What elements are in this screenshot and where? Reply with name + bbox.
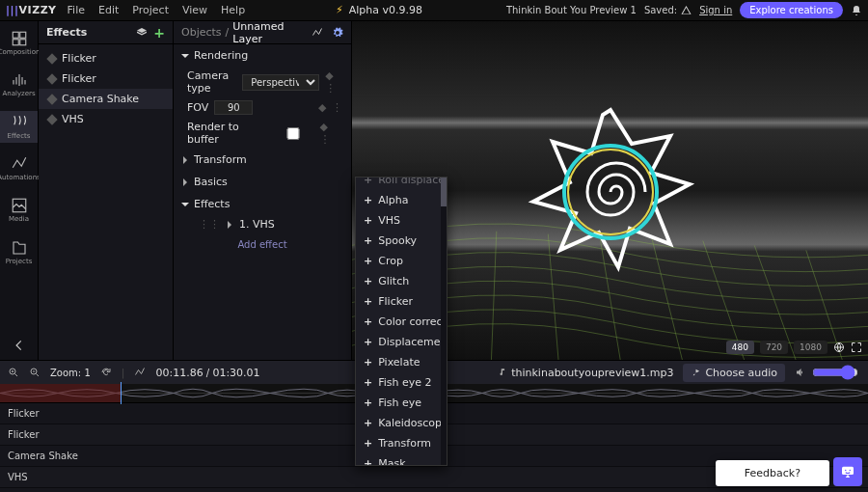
rail-automations[interactable]: Automations bbox=[0, 152, 38, 184]
svg-point-12 bbox=[845, 470, 847, 472]
prop-fov: FOV ◆ ⋮ bbox=[174, 97, 351, 118]
rail-projects[interactable]: Projects bbox=[0, 236, 38, 268]
fx-menu-item[interactable]: +Mask bbox=[356, 453, 447, 466]
rail-composition[interactable]: Composition bbox=[0, 27, 38, 59]
fx-menu-item[interactable]: +Fish eye 2 bbox=[356, 372, 447, 393]
effects-list: Flicker Flicker Camera Shake VHS bbox=[39, 44, 173, 133]
audio-visual bbox=[504, 96, 717, 288]
volume-control bbox=[795, 363, 860, 382]
section-transform[interactable]: Transform bbox=[174, 149, 351, 171]
menu-scrollbar[interactable] bbox=[441, 178, 447, 465]
svg-point-13 bbox=[850, 470, 852, 472]
version-badge: ⚡Alpha v0.9.98 bbox=[336, 4, 422, 16]
fx-menu-item[interactable]: +Glitch bbox=[356, 271, 447, 291]
fx-menu-item[interactable]: +Roll displace bbox=[356, 177, 447, 190]
app-logo: |||VIZZY bbox=[6, 4, 57, 16]
menu-view[interactable]: View bbox=[176, 1, 214, 19]
svg-rect-0 bbox=[13, 32, 18, 38]
breadcrumb-layer[interactable]: Unnamed Layer bbox=[232, 20, 304, 45]
camera-type-select[interactable]: Perspective bbox=[242, 74, 319, 91]
prop-render-buffer: Render to buffer ◆ ⋮ bbox=[174, 118, 351, 149]
menu-help[interactable]: Help bbox=[214, 1, 252, 19]
globe-icon[interactable] bbox=[833, 342, 845, 353]
effect-item[interactable]: VHS bbox=[39, 109, 173, 129]
section-basics[interactable]: Basics bbox=[174, 171, 351, 193]
fx-menu-item[interactable]: +Color correction bbox=[356, 312, 447, 332]
res-720[interactable]: 720 bbox=[760, 341, 788, 354]
add-effect-button[interactable]: Add effect bbox=[174, 233, 351, 256]
fx-menu-item[interactable]: +Displacement bbox=[356, 332, 447, 352]
fullscreen-icon[interactable] bbox=[851, 342, 862, 353]
audio-filename: thinkinaboutyoupreview1.mp3 bbox=[498, 367, 673, 379]
back-button[interactable] bbox=[13, 339, 26, 352]
effects-panel: Effects + Flicker Flicker Camera Shake V… bbox=[39, 21, 174, 360]
waveform-selection[interactable] bbox=[0, 384, 121, 402]
breadcrumb-root[interactable]: Objects bbox=[181, 26, 222, 39]
time-display: 00:11.86 / 01:30.01 bbox=[155, 367, 259, 379]
project-name: Thinkin Bout You Preview 1 bbox=[506, 5, 637, 15]
warning-icon bbox=[681, 5, 692, 15]
section-rendering[interactable]: Rendering bbox=[174, 44, 351, 67]
automation-toggle-icon[interactable] bbox=[134, 367, 146, 378]
choose-audio-button[interactable]: Choose audio bbox=[683, 364, 785, 382]
zoom-label: Zoom: 1 bbox=[50, 368, 91, 378]
fx-menu-item[interactable]: +Flicker bbox=[356, 291, 447, 312]
resolution-chips: 480 720 1080 bbox=[726, 341, 862, 354]
volume-icon[interactable] bbox=[795, 367, 806, 378]
menu-file[interactable]: File bbox=[61, 1, 92, 19]
refresh-icon[interactable] bbox=[100, 367, 112, 378]
effect-item[interactable]: Flicker bbox=[39, 68, 173, 89]
svg-rect-3 bbox=[19, 40, 25, 45]
res-1080[interactable]: 1080 bbox=[794, 341, 827, 354]
effect-item[interactable]: Flicker bbox=[39, 48, 173, 68]
chat-icon[interactable] bbox=[833, 457, 862, 486]
fx-menu-item[interactable]: +Spooky bbox=[356, 231, 447, 251]
add-effect-icon[interactable]: + bbox=[153, 25, 165, 41]
fov-input[interactable] bbox=[214, 100, 253, 115]
inspector-effect-item[interactable]: ⋮⋮ 1. VHS bbox=[174, 215, 351, 233]
menu-edit[interactable]: Edit bbox=[92, 1, 125, 19]
sign-in-link[interactable]: Sign in bbox=[699, 5, 732, 15]
gear-icon[interactable] bbox=[332, 27, 343, 39]
volume-slider[interactable] bbox=[812, 365, 858, 380]
rail-analyzers[interactable]: Analyzers bbox=[0, 68, 38, 100]
main-menu: File Edit Project View Help bbox=[61, 1, 253, 19]
section-effects[interactable]: Effects bbox=[174, 193, 351, 215]
rail-effects[interactable]: Effects bbox=[0, 111, 38, 143]
tool-rail: Composition Analyzers Effects Automation… bbox=[0, 21, 39, 360]
inspector-panel: Objects / Unnamed Layer Rendering Camera… bbox=[174, 21, 352, 360]
fx-menu-item[interactable]: +Pixelate bbox=[356, 352, 447, 372]
prop-camera-type: Camera type Perspective ◆ ⋮ bbox=[174, 67, 351, 97]
rail-media[interactable]: Media bbox=[0, 194, 38, 226]
zoom-out-icon[interactable] bbox=[29, 367, 41, 378]
fx-menu-item[interactable]: +VHS bbox=[356, 210, 447, 231]
svg-rect-1 bbox=[19, 32, 25, 38]
fx-menu-item[interactable]: +Kaleidoscope bbox=[356, 413, 447, 433]
effect-item[interactable]: Camera Shake bbox=[39, 89, 173, 109]
render-buffer-checkbox[interactable] bbox=[275, 127, 312, 140]
effects-panel-title: Effects bbox=[46, 26, 136, 39]
bell-icon[interactable] bbox=[851, 5, 862, 16]
zoom-in-icon[interactable] bbox=[8, 367, 19, 378]
stack-icon[interactable] bbox=[136, 27, 148, 39]
menu-scroll-thumb[interactable] bbox=[441, 178, 447, 206]
menu-project[interactable]: Project bbox=[125, 1, 176, 19]
top-menu-bar: |||VIZZY File Edit Project View Help ⚡Al… bbox=[0, 0, 868, 21]
playhead[interactable] bbox=[121, 382, 122, 404]
res-480[interactable]: 480 bbox=[726, 341, 754, 354]
effect-picker-menu: +Roll displace+Alpha+VHS+Spooky+Crop+Gli… bbox=[355, 177, 448, 466]
fx-menu-item[interactable]: +Crop bbox=[356, 251, 447, 271]
explore-button[interactable]: Explore creations bbox=[740, 2, 843, 18]
feedback-button[interactable]: Feedback? bbox=[716, 460, 829, 486]
saved-status: Saved: bbox=[644, 5, 692, 15]
svg-rect-2 bbox=[13, 40, 18, 45]
fx-menu-item[interactable]: +Alpha bbox=[356, 190, 447, 210]
graph-icon[interactable] bbox=[312, 27, 323, 39]
fx-menu-item[interactable]: +Transform bbox=[356, 433, 447, 453]
fx-menu-item[interactable]: +Fish eye bbox=[356, 393, 447, 413]
